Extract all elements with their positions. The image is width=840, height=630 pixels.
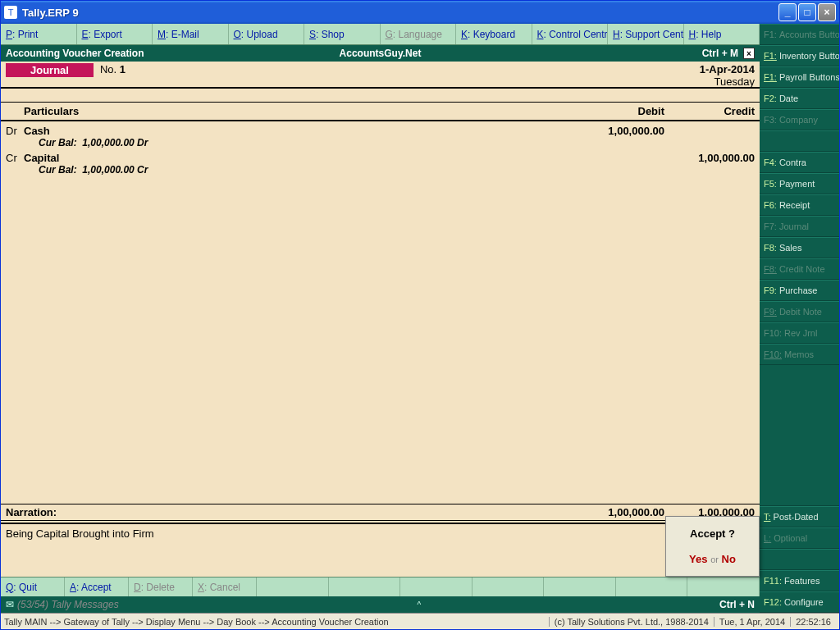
accept-yes[interactable]: Yes [689, 553, 707, 565]
menu-upload[interactable]: O: Upload [229, 24, 305, 44]
status-time: 22:52:16 [790, 617, 836, 627]
status-date: Tue, 1 Apr, 2014 [714, 617, 790, 627]
narration-label: Narration: [6, 506, 574, 518]
bottom-delete: D: Delete [129, 578, 193, 596]
sidebar-inventory-buttons[interactable]: F1: Inventory Buttons [760, 45, 839, 66]
current-balance: Cur Bal: 1,00,000.00 Cr [39, 164, 755, 176]
titlebar[interactable]: T Tally.ERP 9 _ □ × [1, 1, 839, 24]
msgbar[interactable]: ✉ (53/54) Tally Messages ^ Ctrl + N [1, 596, 760, 613]
sidebar-payroll-buttons[interactable]: F1: Payroll Buttons [760, 66, 839, 88]
totals-line: Narration: 1,00,000.00 1,00,000.00 [1, 504, 760, 523]
voucher-head: Accounting Voucher Creation AccountsGuy.… [1, 45, 760, 62]
accept-or: or [710, 555, 719, 564]
voucher-day: Tuesday [700, 75, 755, 88]
narration-text[interactable]: Being Capital Brought into Firm [6, 527, 755, 573]
window-title: Tally.ERP 9 [22, 7, 778, 19]
menu-control-centre[interactable]: K: Control Centre [532, 24, 609, 44]
expand-up-icon[interactable]: ^ [119, 600, 719, 609]
menu-e-mail[interactable]: M: E-Mail [153, 24, 229, 44]
sidebar-features[interactable]: F11: Features [760, 570, 839, 591]
bottombar: Q: QuitA: AcceptD: DeleteX: Cancel [1, 577, 760, 596]
sidebar-accounts-buttons: F1: Accounts Buttons [760, 24, 839, 45]
sidebar-sales[interactable]: F8: Sales [760, 237, 839, 258]
accept-popup: Accept ? Yes or No [665, 516, 760, 577]
close-button[interactable]: × [818, 3, 836, 21]
accept-no[interactable]: No [722, 553, 736, 565]
voucher-date: 1-Apr-2014 [700, 63, 755, 75]
voucher-close-icon[interactable]: × [743, 48, 755, 59]
sidebar-configure[interactable]: F12: Configure [760, 591, 839, 613]
copyright: (c) Tally Solutions Pvt. Ltd., 1988-2014 [549, 617, 714, 627]
sidebar-receipt[interactable]: F6: Receipt [760, 194, 839, 216]
bottom-quit[interactable]: Q: Quit [1, 578, 65, 596]
menu-keyboard[interactable]: K: Keyboard [456, 24, 532, 44]
sidebar-debit-note: F9: Debit Note [760, 301, 839, 322]
voucher-head-center: AccountsGuy.Net [255, 48, 504, 59]
sidebar-company: F3: Company [760, 109, 839, 130]
msg-label: Tally Messages [51, 599, 118, 610]
menubar: P: PrintE: ExportM: E-MailO: UploadS: Sh… [1, 24, 760, 45]
sidebar-blank [760, 549, 839, 570]
maximize-button[interactable]: □ [798, 3, 816, 21]
sidebar-blank [760, 130, 839, 152]
voucher-head-left: Accounting Voucher Creation [6, 48, 255, 59]
grid-header: Particulars Debit Credit [1, 103, 760, 121]
sidebar-optional: L: Optional [760, 527, 839, 549]
app-icon: T [4, 6, 17, 19]
sidebar: F1: Accounts ButtonsF1: Inventory Button… [760, 24, 839, 613]
minimize-button[interactable]: _ [778, 3, 797, 21]
sidebar-post-dated[interactable]: T: Post-Dated [760, 506, 839, 527]
col-particulars: Particulars [6, 105, 574, 117]
current-balance: Cur Bal: 1,00,000.00 Dr [39, 137, 755, 148]
menu-support-centre[interactable]: H: Support Centre [608, 24, 684, 44]
sidebar-contra[interactable]: F4: Contra [760, 152, 839, 173]
voucher-type-chip: Journal [6, 63, 94, 77]
accept-title: Accept ? [690, 527, 735, 540]
bottom-accept[interactable]: A: Accept [65, 578, 129, 596]
breadcrumb-path: Tally MAIN --> Gateway of Tally --> Disp… [4, 617, 549, 627]
grid-rows: DrCash1,00,000.00Cur Bal: 1,00,000.00 Dr… [1, 121, 760, 504]
msg-count: (53/54) [17, 599, 48, 610]
voucher-sub: Journal No. 1 1-Apr-2014 Tuesday [1, 62, 760, 88]
sidebar-payment[interactable]: F5: Payment [760, 173, 839, 194]
msgbar-shortcut: Ctrl + N [719, 599, 755, 610]
sidebar-memos: F10: Memos [760, 344, 839, 365]
sidebar-purchase[interactable]: F9: Purchase [760, 280, 839, 301]
menu-export[interactable]: E: Export [77, 24, 153, 44]
ledger-row[interactable]: CrCapital1,00,000.00 [6, 152, 755, 164]
sidebar-date[interactable]: F2: Date [760, 88, 839, 109]
ledger-row[interactable]: DrCash1,00,000.00 [6, 125, 755, 137]
sidebar-credit-note: F8: Credit Note [760, 258, 839, 280]
breadcrumb-bar: Tally MAIN --> Gateway of Tally --> Disp… [1, 613, 839, 629]
menu-shop[interactable]: S: Shop [304, 24, 381, 44]
voucher-no: 1 [120, 63, 126, 75]
menu-language: G: Language [381, 24, 457, 44]
voucher-head-shortcut: Ctrl + M [702, 48, 738, 59]
col-credit: Credit [664, 105, 755, 117]
bottom-cancel: X: Cancel [193, 578, 257, 596]
voucher-no-label: No. [100, 63, 116, 75]
total-debit: 1,00,000.00 [574, 506, 664, 518]
col-debit: Debit [574, 105, 664, 117]
sidebar-rev-jrnl: F10: Rev Jrnl [760, 322, 839, 344]
menu-help[interactable]: H: Help [684, 24, 760, 44]
narration-block: Being Capital Brought into Firm Accept ?… [1, 523, 760, 577]
sidebar-journal: F7: Journal [760, 216, 839, 237]
menu-print[interactable]: P: Print [1, 24, 77, 44]
envelope-icon: ✉ [6, 599, 14, 610]
